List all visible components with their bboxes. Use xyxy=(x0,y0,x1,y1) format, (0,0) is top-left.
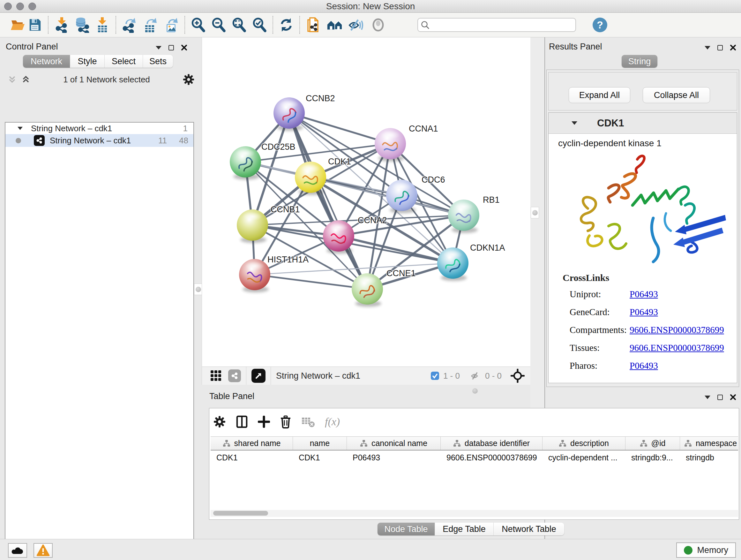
hide-selected-button[interactable] xyxy=(348,16,365,34)
close-panel-icon[interactable] xyxy=(730,394,736,400)
tab-style[interactable]: Style xyxy=(70,55,105,68)
search-input[interactable] xyxy=(417,18,576,32)
collapse-all-button[interactable]: Collapse All xyxy=(643,87,710,103)
zoom-in-icon xyxy=(190,17,206,33)
network-overview-toggle[interactable] xyxy=(228,369,241,382)
import-network-file-button[interactable] xyxy=(53,16,70,34)
crosslink-link[interactable]: P06493 xyxy=(630,289,658,300)
panel-menu-icon[interactable] xyxy=(704,46,711,50)
save-icon xyxy=(27,17,42,32)
column-header-name[interactable]: name xyxy=(293,437,347,450)
tab-network-table[interactable]: Network Table xyxy=(494,523,564,536)
tab-node-table[interactable]: Node Table xyxy=(378,523,435,536)
float-panel-icon[interactable] xyxy=(718,45,723,51)
function-builder-button: f(x) xyxy=(325,416,340,428)
show-columns-icon[interactable] xyxy=(235,415,248,428)
string-network-graph[interactable]: CCNB2CCNA1CDC25BCDK1CDC6RB1CCNB1CCNA2CDK… xyxy=(202,37,531,367)
export-table-button[interactable] xyxy=(142,16,159,34)
table-cell[interactable]: stringdb:9... xyxy=(625,451,680,464)
gear-icon[interactable] xyxy=(183,73,195,85)
selected-checkbox-icon[interactable] xyxy=(430,371,440,380)
help-button[interactable]: ? xyxy=(593,17,607,32)
show-hidden-button[interactable] xyxy=(369,16,387,34)
tab-sets[interactable]: Sets xyxy=(143,55,173,68)
edge-CCNB2-CCNA1[interactable] xyxy=(289,113,390,144)
birds-eye-grid-icon[interactable] xyxy=(210,370,222,381)
collapse-section-icon[interactable] xyxy=(571,121,577,125)
show-all-views-button[interactable] xyxy=(326,16,343,34)
tab-network[interactable]: Network xyxy=(23,55,70,68)
import-table-button[interactable] xyxy=(94,16,111,34)
cloud-tasks-button[interactable] xyxy=(8,543,27,558)
scrollbar-thumb[interactable] xyxy=(213,511,268,516)
float-panel-icon[interactable] xyxy=(169,45,174,51)
annotation-mode-button[interactable] xyxy=(305,16,322,34)
apply-layout-button[interactable] xyxy=(278,16,295,34)
crosslink-link[interactable]: 9606.ENSP00000378699 xyxy=(630,325,724,335)
table-cell[interactable]: cyclin-dependent ... xyxy=(542,451,625,464)
close-panel-icon[interactable] xyxy=(181,44,187,51)
delete-column-icon[interactable] xyxy=(280,415,292,428)
column-header-canonical-name[interactable]: canonical name xyxy=(347,437,441,450)
table-cell[interactable]: P06493 xyxy=(347,451,441,464)
save-session-button[interactable] xyxy=(26,16,44,34)
column-header-shared-name[interactable]: shared name xyxy=(211,437,293,450)
table-header-row: shared namenamecanonical namedatabase id… xyxy=(211,436,738,450)
close-panel-icon[interactable] xyxy=(730,44,736,51)
table-gear-icon[interactable] xyxy=(213,415,226,428)
tree-expand-icon[interactable] xyxy=(17,127,23,130)
crosslink-link[interactable]: P06493 xyxy=(630,361,658,371)
collection-label: String Network – cdk1 xyxy=(31,124,112,133)
column-header--id[interactable]: @id xyxy=(625,437,680,450)
table-row[interactable]: CDK1CDK1P064939606.ENSP00000378699cyclin… xyxy=(211,451,738,464)
table-cell[interactable]: 9606.ENSP00000378699 xyxy=(441,451,542,464)
detach-view-button[interactable] xyxy=(252,369,266,383)
tab-edge-table[interactable]: Edge Table xyxy=(435,523,494,536)
table-cell[interactable]: CDK1 xyxy=(211,451,293,464)
column-header-namespace[interactable]: namespace xyxy=(680,437,738,450)
panel-menu-icon[interactable] xyxy=(156,46,161,50)
column-header-description[interactable]: description xyxy=(542,437,625,450)
left-splitter-handle[interactable] xyxy=(194,284,202,295)
collapse-all-chevron-icon[interactable] xyxy=(8,75,17,84)
warnings-button[interactable] xyxy=(33,543,53,558)
column-header-database-identifier[interactable]: database identifier xyxy=(441,437,542,450)
zoom-out-button[interactable] xyxy=(210,16,227,34)
right-splitter-handle[interactable] xyxy=(531,207,539,219)
network-selection-header: 1 of 1 Network selected xyxy=(8,73,195,86)
panel-menu-icon[interactable] xyxy=(704,395,711,399)
memory-button[interactable]: Memory xyxy=(676,543,736,558)
horizontal-scrollbar[interactable] xyxy=(211,510,738,517)
export-image-button[interactable] xyxy=(163,16,180,34)
export-network-button[interactable] xyxy=(121,16,138,34)
float-panel-icon[interactable] xyxy=(718,395,723,400)
crosslink-link[interactable]: P06493 xyxy=(630,307,658,317)
search-field-container xyxy=(417,18,576,32)
crosslink-link[interactable]: 9606.ENSP00000378699 xyxy=(630,343,724,353)
expand-all-chevron-icon[interactable] xyxy=(21,75,30,84)
edge-HIST1H1A-CCNE1[interactable] xyxy=(255,274,367,289)
zoom-in-button[interactable] xyxy=(190,16,207,34)
network-row-selected[interactable]: String Network – cdk1 11 48 xyxy=(5,134,193,147)
tab-string[interactable]: String xyxy=(622,55,657,68)
network-view-title: String Network – cdk1 xyxy=(276,371,360,381)
add-column-icon[interactable] xyxy=(258,416,270,428)
crosshair-icon[interactable] xyxy=(511,369,525,383)
node-label-CCNA2: CCNA2 xyxy=(358,215,387,225)
selection-indicators: 1 - 0 0 - 0 xyxy=(430,369,530,383)
table-cell[interactable]: stringdb xyxy=(680,451,738,464)
table-cell[interactable]: CDK1 xyxy=(293,451,347,464)
zoom-selected-button[interactable] xyxy=(251,16,268,34)
open-session-button[interactable] xyxy=(9,16,26,34)
network-view-canvas[interactable]: CCNB2CCNA1CDC25BCDK1CDC6RB1CCNB1CCNA2CDK… xyxy=(202,37,530,367)
network-collection-row[interactable]: String Network – cdk1 1 xyxy=(5,123,193,134)
table-panel-window-controls xyxy=(704,394,736,400)
annotation-document-icon xyxy=(306,17,321,33)
import-table-icon xyxy=(95,17,110,33)
crosslink-row: Compartments:9606.ENSP00000378699 xyxy=(569,325,735,335)
protein-card-header[interactable]: CDK1 xyxy=(549,113,737,134)
tab-select[interactable]: Select xyxy=(105,55,143,68)
zoom-fit-button[interactable] xyxy=(230,16,248,34)
import-network-from-database-button[interactable] xyxy=(73,16,91,34)
expand-all-button[interactable]: Expand All xyxy=(569,87,630,103)
